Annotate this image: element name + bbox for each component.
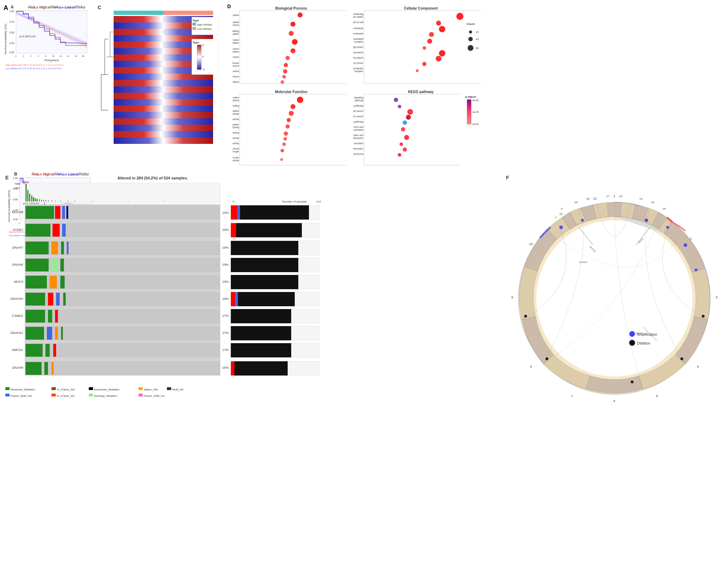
svg-text:endopeptidase inhibitor: endopeptidase inhibitor xyxy=(233,110,239,113)
svg-point-258 xyxy=(629,331,635,337)
svg-point-249 xyxy=(536,220,692,377)
svg-text:development: development xyxy=(233,65,239,67)
svg-rect-205 xyxy=(26,344,43,357)
dot-salivary xyxy=(400,142,403,146)
svg-text:extracellular matrix: extracellular matrix xyxy=(353,16,363,18)
svg-text:Breast cancer: Breast cancer xyxy=(353,110,364,112)
svg-text:respiratory system development: respiratory system development xyxy=(233,70,239,73)
amp-dot-6 xyxy=(559,226,563,229)
svg-text:pathway: pathway xyxy=(355,99,364,102)
count-60: 60 xyxy=(476,47,479,49)
dot-mt-complex xyxy=(427,39,432,44)
chr6-label: 6 xyxy=(613,399,615,403)
del-dot-3 xyxy=(524,315,527,318)
svg-rect-72 xyxy=(192,39,218,75)
svg-text:14: 14 xyxy=(67,55,70,57)
panel-f-circos: F xyxy=(504,174,724,423)
svg-rect-175 xyxy=(53,224,60,237)
num-samples-max: 113 xyxy=(316,200,321,203)
dot-ext-encap xyxy=(289,31,294,36)
dot-ext-struct xyxy=(290,48,295,53)
svg-rect-146 xyxy=(25,183,220,202)
svg-rect-70 xyxy=(192,23,196,26)
svg-text:6: 6 xyxy=(38,55,39,57)
svg-rect-71 xyxy=(192,27,196,30)
chrX-label: X xyxy=(561,207,563,210)
scale-mid: 0 xyxy=(202,55,204,58)
panel-f-label: F xyxy=(506,175,509,180)
chr12-label: 12 xyxy=(593,197,597,200)
svg-text:complex: complex xyxy=(354,40,364,43)
count-legend-title: Count xyxy=(466,22,474,26)
svg-text:extracellular matrix: extracellular matrix xyxy=(233,96,239,99)
chr8-label: 8 xyxy=(530,365,532,368)
panel-e-oncoprint: E Altered in 284 (54.2%) of 524 samples.… xyxy=(4,174,341,419)
svg-text:Golgi lumen: Golgi lumen xyxy=(353,46,363,49)
gene-hmcn1: HMCN1 xyxy=(12,348,23,352)
svg-text:extracellular structure: extracellular structure xyxy=(233,48,239,50)
svg-rect-65 xyxy=(114,118,213,125)
svg-rect-149 xyxy=(29,194,30,201)
dot-gastric xyxy=(406,115,411,120)
dot-respiratory xyxy=(283,69,287,74)
svg-rect-172 xyxy=(66,206,68,219)
amp-dot-4 xyxy=(695,269,697,271)
bio-process-plot: Biological Process ossification microtub… xyxy=(233,5,350,87)
svg-rect-60 xyxy=(114,86,213,93)
chr13-label: 13 xyxy=(619,195,623,198)
mol-function-title: Molecular Function xyxy=(275,90,308,94)
padjust-max: 6e-05 xyxy=(472,99,479,102)
svg-rect-235 xyxy=(231,343,291,357)
dot-mt-motor xyxy=(282,142,286,146)
legend-frame-del: Frame_Shift_Del xyxy=(11,394,32,398)
chr1-label: 1 xyxy=(613,194,615,198)
svg-point-108 xyxy=(468,37,473,41)
dot-collagen-trimer xyxy=(422,62,427,66)
panel-c-label: C xyxy=(98,5,101,10)
svg-rect-211 xyxy=(51,362,54,375)
svg-rect-194 xyxy=(63,293,66,306)
svg-rect-231 xyxy=(231,292,235,306)
num-samples-0: 0 xyxy=(233,200,234,203)
svg-rect-236 xyxy=(231,361,288,376)
chr16-label: 16 xyxy=(663,207,666,210)
svg-text:heparin binding: heparin binding xyxy=(233,131,239,134)
gene-csmd1: CSMD1 xyxy=(12,314,23,318)
svg-text:Salivary secretion: Salivary secretion xyxy=(353,142,363,145)
legend-frame-ins: Frame_Shift_Ins xyxy=(144,394,165,398)
svg-text:18: 18 xyxy=(82,55,85,57)
dot-apical-plasma xyxy=(429,32,434,37)
legend-splice: Splice_Site xyxy=(144,388,158,391)
svg-rect-46 xyxy=(114,11,163,15)
svg-rect-244 xyxy=(51,394,56,396)
legend-inframe-ins: In_Frame_Ins xyxy=(57,394,74,398)
risk-table-high-a: High mRNAsi 257 156 77 37 20 15 8 5 2 1 … xyxy=(5,64,63,66)
dot-ecm-org xyxy=(292,39,298,45)
svg-text:ciliary plasm: ciliary plasm xyxy=(353,56,363,59)
svg-text:microtubule: microtubule xyxy=(353,27,363,29)
svg-rect-154 xyxy=(39,199,40,201)
del-dot-2 xyxy=(680,357,683,360)
svg-rect-156 xyxy=(43,200,44,201)
svg-rect-193 xyxy=(56,293,60,306)
svg-rect-187 xyxy=(26,276,47,288)
dot-wnt xyxy=(398,105,401,108)
svg-rect-227 xyxy=(231,241,298,255)
svg-text:ECM-receptor interaction: ECM-receptor interaction xyxy=(353,147,363,150)
chr2-label: 2 xyxy=(690,237,691,241)
svg-text:microtubule motor activity: microtubule motor activity xyxy=(233,159,239,162)
deletion-label: Deletion xyxy=(637,341,650,345)
svg-rect-163 xyxy=(75,201,75,201)
svg-rect-152 xyxy=(35,198,36,201)
svg-rect-189 xyxy=(60,276,65,288)
svg-rect-198 xyxy=(55,310,58,323)
svg-rect-238 xyxy=(5,387,10,390)
amp-dot-2 xyxy=(666,226,669,229)
svg-text:coagulation cascades: coagulation cascades xyxy=(353,129,364,131)
svg-rect-67 xyxy=(114,131,213,137)
panel-a-os: A Risk + High mRNAsi + Low mRNAsi High m… xyxy=(4,4,92,82)
svg-rect-168 xyxy=(25,205,220,220)
svg-text:absorption: absorption xyxy=(353,137,363,140)
svg-text:8: 8 xyxy=(45,55,47,57)
svg-text:activity: activity xyxy=(233,113,239,115)
